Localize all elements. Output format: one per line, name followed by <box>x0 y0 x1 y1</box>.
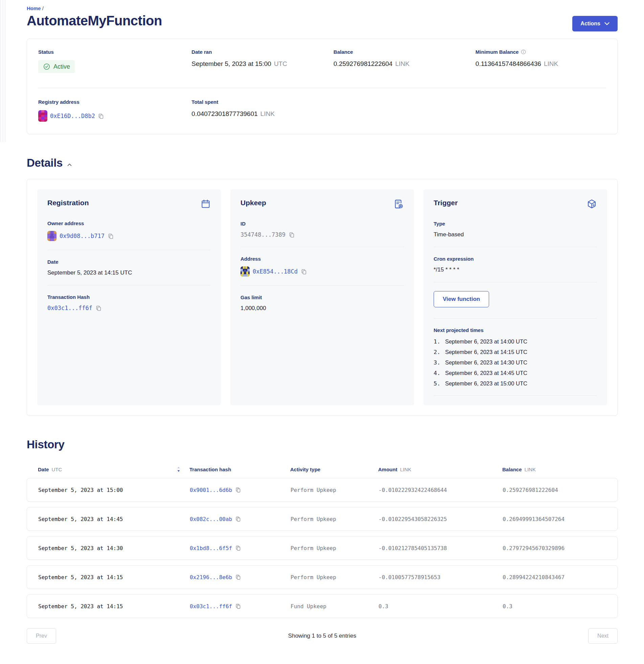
breadcrumb-home-link[interactable]: Home <box>27 5 41 11</box>
row-hash-link[interactable]: 0x2196...8e6b <box>190 574 232 581</box>
min-balance-value: 0.11364157484866436 <box>476 60 541 68</box>
row-date: September 5, 2023 at 14:15 <box>38 574 190 581</box>
copy-icon <box>107 233 114 240</box>
list-item: 3.September 6, 2023 at 14:30 UTC <box>434 359 597 366</box>
copy-row-hash-button[interactable] <box>235 516 241 522</box>
col-balance-suffix: LINK <box>525 466 536 472</box>
date-ran-label: Date ran <box>192 49 334 55</box>
registry-address-link[interactable]: 0xE16D...D8b2 <box>50 112 95 119</box>
list-item-text: September 6, 2023 at 14:45 UTC <box>445 370 527 376</box>
row-balance: 0.3 <box>503 603 606 609</box>
copy-icon <box>235 574 241 580</box>
col-hash-label: Transaction hash <box>189 466 231 472</box>
owner-address-label: Owner address <box>47 221 211 226</box>
list-item-text: September 6, 2023 at 14:30 UTC <box>445 359 527 366</box>
col-amount-label: Amount <box>378 466 398 472</box>
chevron-down-icon <box>604 22 609 25</box>
divider <box>434 247 597 247</box>
row-activity: Fund Upkeep <box>290 603 379 609</box>
trigger-type-value: Time-based <box>434 231 464 238</box>
history-table-body: September 5, 2023 at 15:00 0x9001...6d6b… <box>27 478 618 618</box>
actions-button[interactable]: Actions <box>572 16 618 32</box>
copy-icon <box>235 603 241 609</box>
status-badge: Active <box>38 60 75 73</box>
breadcrumb-separator: / <box>42 5 44 11</box>
copy-upkeep-id-button[interactable] <box>288 232 295 238</box>
row-date: September 5, 2023 at 15:00 <box>38 487 190 493</box>
trigger-type-label: Type <box>434 221 597 227</box>
next-page-button[interactable]: Next <box>588 628 618 644</box>
row-hash-link[interactable]: 0x03c1...ff6f <box>190 603 232 609</box>
info-icon[interactable] <box>521 49 526 55</box>
divider <box>434 282 597 282</box>
list-item-number: 1. <box>434 338 440 345</box>
transaction-hash-label: Transaction Hash <box>47 294 211 300</box>
row-amount: -0.010229543058226325 <box>379 516 503 522</box>
row-date: September 5, 2023 at 14:30 <box>38 545 190 552</box>
sort-icon <box>177 466 181 473</box>
owner-address-link[interactable]: 0x9d08...b717 <box>60 233 104 240</box>
copy-registry-address-button[interactable] <box>98 113 104 119</box>
registration-tx-link[interactable]: 0x03c1...ff6f <box>47 305 92 311</box>
balance-field: Balance 0.259276981222604LINK <box>334 49 476 73</box>
list-item-text: September 6, 2023 at 15:00 UTC <box>445 380 527 387</box>
registration-panel: Registration Owner address <box>37 189 221 406</box>
prev-page-button[interactable]: Prev <box>27 628 56 644</box>
copy-owner-address-button[interactable] <box>107 233 114 240</box>
registry-address-label: Registry address <box>38 99 192 105</box>
list-item: 2.September 6, 2023 at 14:15 UTC <box>434 349 597 355</box>
view-function-button[interactable]: View function <box>434 291 489 307</box>
list-item: 1.September 6, 2023 at 14:00 UTC <box>434 338 597 345</box>
divider <box>434 396 597 396</box>
breadcrumb: Home/ <box>27 5 618 11</box>
copy-icon <box>235 487 241 493</box>
date-ran-field: Date ran September 5, 2023 at 15:00UTC <box>192 49 334 73</box>
table-row: September 5, 2023 at 14:30 0x1bd8...6f5f… <box>27 536 618 560</box>
copy-row-hash-button[interactable] <box>235 545 241 551</box>
details-card: Registration Owner address <box>27 179 618 416</box>
history-table-header: Date UTC Transaction hash Activity type … <box>27 466 618 473</box>
list-item-number: 2. <box>434 349 440 355</box>
gas-limit-value: 1,000,000 <box>241 305 266 312</box>
cron-expression-label: Cron expression <box>434 256 597 262</box>
list-item-text: September 6, 2023 at 14:00 UTC <box>445 338 527 345</box>
status-label: Status <box>38 49 192 55</box>
divider <box>241 247 404 247</box>
copy-icon <box>98 113 104 119</box>
table-row: September 5, 2023 at 14:15 0x03c1...ff6f… <box>27 594 618 618</box>
balance-value: 0.259276981222604 <box>334 60 393 68</box>
row-amount: -0.010212785405135738 <box>379 545 503 552</box>
date-ran-suffix: UTC <box>274 60 287 68</box>
copy-icon <box>95 305 102 311</box>
copy-row-hash-button[interactable] <box>235 574 241 580</box>
copy-row-hash-button[interactable] <box>235 487 241 493</box>
sort-toggle-button[interactable] <box>177 466 181 473</box>
overview-card: Status Active Date ran September 5, 2023… <box>27 39 618 134</box>
next-projected-times-label: Next projected times <box>434 327 597 333</box>
pagination-summary: Showing 1 to 5 of 5 entries <box>56 632 588 639</box>
copy-row-hash-button[interactable] <box>235 603 241 609</box>
document-gear-icon <box>394 199 404 209</box>
row-amount: -0.010222932422468644 <box>379 487 503 493</box>
history-section-head: History <box>27 438 618 451</box>
list-item: 4.September 6, 2023 at 14:45 UTC <box>434 370 597 376</box>
details-collapse-toggle[interactable] <box>67 163 72 166</box>
row-hash-link[interactable]: 0x9001...6d6b <box>190 487 232 493</box>
row-hash-link[interactable]: 0x1bd8...6f5f <box>190 545 232 552</box>
copy-icon <box>235 516 241 522</box>
list-item-number: 5. <box>434 380 440 387</box>
copy-tx-hash-button[interactable] <box>95 305 102 311</box>
row-balance: 0.259276981222604 <box>503 487 606 493</box>
upkeep-id-label: ID <box>241 221 404 227</box>
total-spent-field: Total spent 0.04072301877739601LINK <box>192 99 606 122</box>
cron-expression-value: */15 * * * * <box>434 266 459 273</box>
divider <box>47 250 211 250</box>
caret-up-icon <box>67 163 72 166</box>
upkeep-address-link[interactable]: 0xE854...18Cd <box>253 268 298 275</box>
date-ran-value: September 5, 2023 at 15:00 <box>192 60 271 68</box>
page-title: AutomateMyFunction <box>27 13 618 28</box>
copy-upkeep-address-button[interactable] <box>301 268 307 275</box>
page: Home/ AutomateMyFunction Actions Status … <box>0 0 644 644</box>
row-amount: -0.0100577578915653 <box>379 574 503 581</box>
row-hash-link[interactable]: 0x082c...00ab <box>190 516 232 522</box>
